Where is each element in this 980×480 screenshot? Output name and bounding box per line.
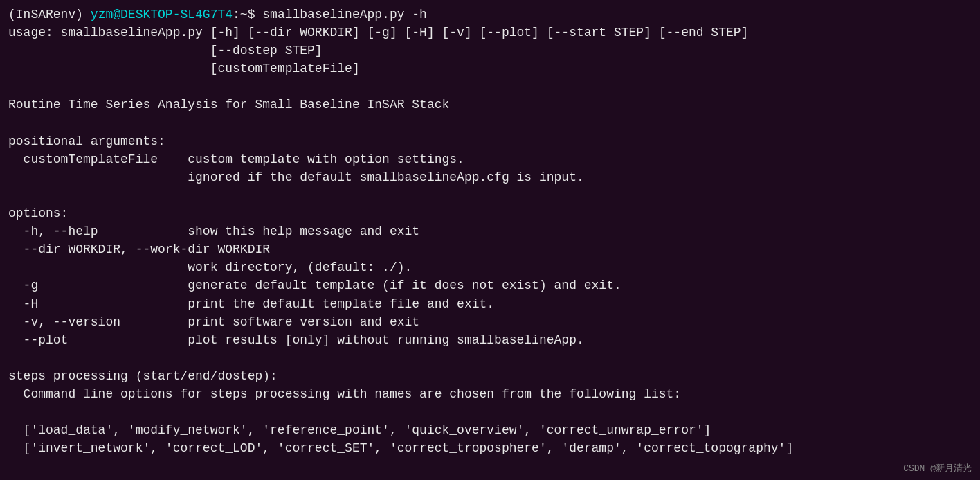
watermark: CSDN @新月清光: [903, 462, 972, 474]
terminal-line: [customTemplateFile]: [8, 60, 972, 78]
terminal-line: -H print the default template file and e…: [8, 295, 972, 313]
terminal-line: options:: [8, 204, 972, 222]
terminal-line: [8, 403, 972, 421]
prompt-command: smallbaselineApp.py -h: [262, 8, 427, 21]
prompt-line: (InSARenv) yzm@DESKTOP-SL4G7T4:~$ smallb…: [8, 6, 972, 24]
terminal-line: [8, 186, 972, 204]
terminal-line: ignored if the default smallbaselineApp.…: [8, 168, 972, 186]
terminal-line: customTemplateFile custom template with …: [8, 150, 972, 168]
output-lines: usage: smallbaselineApp.py [-h] [--dir W…: [8, 24, 972, 457]
terminal-line: ['invert_network', 'correct_LOD', 'corre…: [8, 439, 972, 457]
terminal-line: --plot plot results [only] without runni…: [8, 331, 972, 349]
terminal-line: ['load_data', 'modify_network', 'referen…: [8, 421, 972, 439]
terminal-line: steps processing (start/end/dostep):: [8, 367, 972, 385]
terminal-line: [8, 349, 972, 367]
terminal-line: Routine Time Series Analysis for Small B…: [8, 96, 972, 114]
terminal-window: (InSARenv) yzm@DESKTOP-SL4G7T4:~$ smallb…: [0, 0, 980, 480]
terminal-line: [8, 78, 972, 96]
terminal-line: Command line options for steps processin…: [8, 385, 972, 403]
terminal-line: [8, 114, 972, 132]
terminal-line: [--dostep STEP]: [8, 42, 972, 60]
prompt-prefix: (InSARenv): [8, 8, 91, 21]
prompt-user-host: yzm@DESKTOP-SL4G7T4: [91, 8, 233, 21]
prompt-separator: :~$: [233, 8, 262, 21]
terminal-line: --dir WORKDIR, --work-dir WORKDIR: [8, 240, 972, 258]
terminal-line: usage: smallbaselineApp.py [-h] [--dir W…: [8, 24, 972, 42]
terminal-line: -g generate default template (if it does…: [8, 276, 972, 294]
terminal-line: -v, --version print software version and…: [8, 313, 972, 331]
terminal-line: work directory, (default: ./).: [8, 258, 972, 276]
terminal-line: positional arguments:: [8, 132, 972, 150]
terminal-line: -h, --help show this help message and ex…: [8, 222, 972, 240]
